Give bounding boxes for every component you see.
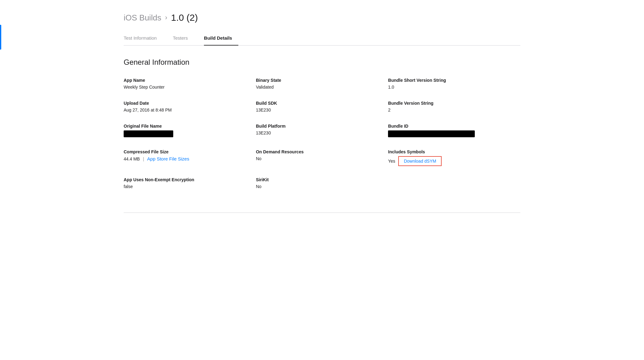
value-compressed-file-size: 44.4 MB (124, 156, 140, 161)
cell-on-demand-resources: On Demand Resources No (256, 149, 388, 177)
page-container: iOS Builds › 1.0 (2) Test Information Te… (105, 0, 539, 225)
label-bundle-id: Bundle ID (388, 124, 508, 129)
value-build-platform: 13E230 (256, 130, 376, 135)
pipe-divider: | (143, 156, 144, 161)
label-original-file-name: Original File Name (124, 124, 244, 129)
cell-binary-state: Binary State Validated (256, 78, 388, 101)
breadcrumb-parent[interactable]: iOS Builds (124, 13, 161, 23)
cell-upload-date: Upload Date Aug 27, 2016 at 8:48 PM (124, 101, 256, 124)
cell-build-sdk: Build SDK 13E230 (256, 101, 388, 124)
app-store-file-sizes-link[interactable]: App Store File Sizes (147, 156, 189, 161)
tabs-bar: Test Information Testers Build Details (124, 32, 520, 46)
cell-app-uses-encryption: App Uses Non-Exempt Encryption false (124, 177, 256, 200)
cell-includes-symbols: Includes Symbols Yes Download dSYM (388, 149, 520, 177)
value-upload-date: Aug 27, 2016 at 8:48 PM (124, 108, 244, 112)
cell-app-name: App Name Weekly Step Counter (124, 78, 256, 101)
cell-bundle-version-string: Bundle Version String 2 (388, 101, 520, 124)
label-build-platform: Build Platform (256, 124, 376, 129)
label-compressed-file-size: Compressed File Size (124, 149, 244, 154)
compressed-file-size-row: 44.4 MB | App Store File Sizes (124, 156, 244, 161)
cell-sirikit: SiriKit No (256, 177, 388, 200)
includes-symbols-row: Yes Download dSYM (388, 156, 508, 166)
value-original-file-name (124, 130, 173, 137)
tab-test-information[interactable]: Test Information (124, 32, 163, 46)
cell-compressed-file-size: Compressed File Size 44.4 MB | App Store… (124, 149, 256, 177)
bottom-divider (124, 213, 520, 213)
cell-original-file-name: Original File Name (124, 124, 256, 149)
info-grid: App Name Weekly Step Counter Binary Stat… (124, 78, 520, 200)
breadcrumb: iOS Builds › 1.0 (2) (124, 12, 520, 23)
value-includes-symbols: Yes (388, 159, 395, 164)
value-app-name: Weekly Step Counter (124, 85, 244, 90)
value-sirikit: No (256, 184, 376, 189)
section-title: General Information (124, 58, 520, 67)
value-app-uses-encryption: false (124, 184, 244, 189)
left-accent-bar (0, 25, 1, 50)
label-app-uses-encryption: App Uses Non-Exempt Encryption (124, 177, 244, 182)
value-binary-state: Validated (256, 85, 376, 90)
cell-bundle-id: Bundle ID (388, 124, 520, 149)
label-upload-date: Upload Date (124, 101, 244, 106)
value-on-demand-resources: No (256, 156, 376, 161)
download-dsym-button[interactable]: Download dSYM (398, 156, 442, 166)
tab-build-details[interactable]: Build Details (204, 32, 238, 46)
label-bundle-short-version: Bundle Short Version String (388, 78, 508, 83)
tab-testers[interactable]: Testers (173, 32, 194, 46)
cell-bundle-short-version: Bundle Short Version String 1.0 (388, 78, 520, 101)
label-app-name: App Name (124, 78, 244, 83)
breadcrumb-current: 1.0 (2) (171, 12, 198, 23)
label-binary-state: Binary State (256, 78, 376, 83)
breadcrumb-separator: › (165, 14, 167, 22)
label-includes-symbols: Includes Symbols (388, 149, 508, 154)
value-bundle-id (388, 130, 475, 137)
label-on-demand-resources: On Demand Resources (256, 149, 376, 154)
cell-build-platform: Build Platform 13E230 (256, 124, 388, 149)
value-bundle-version-string: 2 (388, 108, 508, 112)
label-build-sdk: Build SDK (256, 101, 376, 106)
label-bundle-version-string: Bundle Version String (388, 101, 508, 106)
value-bundle-short-version: 1.0 (388, 85, 508, 90)
cell-empty (388, 177, 520, 200)
label-sirikit: SiriKit (256, 177, 376, 182)
value-build-sdk: 13E230 (256, 108, 376, 112)
